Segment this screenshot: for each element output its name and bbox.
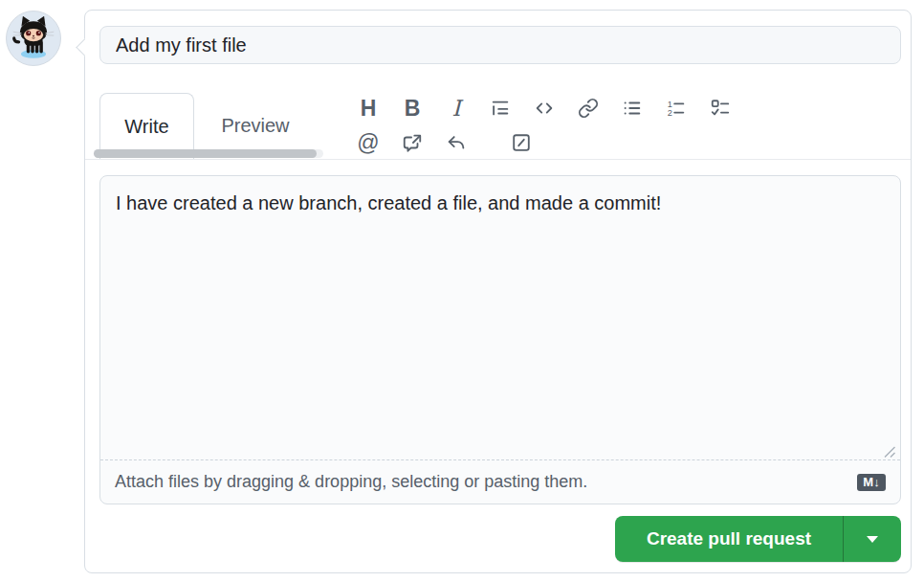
pr-compose-card: Write Preview H B I [84, 10, 912, 573]
markdown-toolbar-row-2: @ [358, 128, 532, 157]
bold-icon[interactable]: B [402, 94, 423, 123]
task-list-icon[interactable] [710, 94, 731, 123]
reply-icon[interactable] [446, 128, 467, 157]
chevron-down-icon [867, 536, 878, 543]
svg-text:2: 2 [668, 108, 672, 118]
ordered-list-icon[interactable]: 1 2 [666, 94, 687, 123]
comment-editor: I have created a new branch, created a f… [99, 175, 901, 504]
pr-compose-page: Write Preview H B I [0, 0, 924, 582]
user-avatar[interactable] [6, 11, 61, 66]
slash-command-icon[interactable] [511, 128, 532, 157]
create-pull-request-split-button: Create pull request [615, 516, 901, 562]
create-pull-request-button[interactable]: Create pull request [615, 516, 843, 562]
unordered-list-icon[interactable] [622, 94, 643, 123]
code-icon[interactable] [534, 94, 555, 123]
cross-reference-icon[interactable] [402, 128, 423, 157]
italic-icon[interactable]: I [446, 94, 467, 123]
link-icon[interactable] [578, 94, 599, 123]
create-pull-request-dropdown[interactable] [844, 516, 901, 562]
mention-icon[interactable]: @ [358, 128, 379, 157]
speech-bubble-notch [76, 38, 93, 56]
markdown-supported-icon[interactable]: M↓ [857, 474, 886, 491]
pr-title-input[interactable] [99, 26, 901, 64]
octocat-icon [7, 11, 60, 65]
comment-body-textarea[interactable]: I have created a new branch, created a f… [100, 176, 900, 459]
toolbar-scrollbar-thumb[interactable] [94, 149, 317, 158]
attach-hint-text: Attach files by dragging & dropping, sel… [115, 472, 587, 492]
textarea-resize-handle[interactable] [882, 444, 897, 459]
attach-files-area[interactable]: Attach files by dragging & dropping, sel… [100, 459, 900, 504]
markdown-toolbar-row-1: H B I [358, 94, 731, 123]
heading-icon[interactable]: H [358, 94, 379, 123]
quote-icon[interactable] [490, 94, 511, 123]
